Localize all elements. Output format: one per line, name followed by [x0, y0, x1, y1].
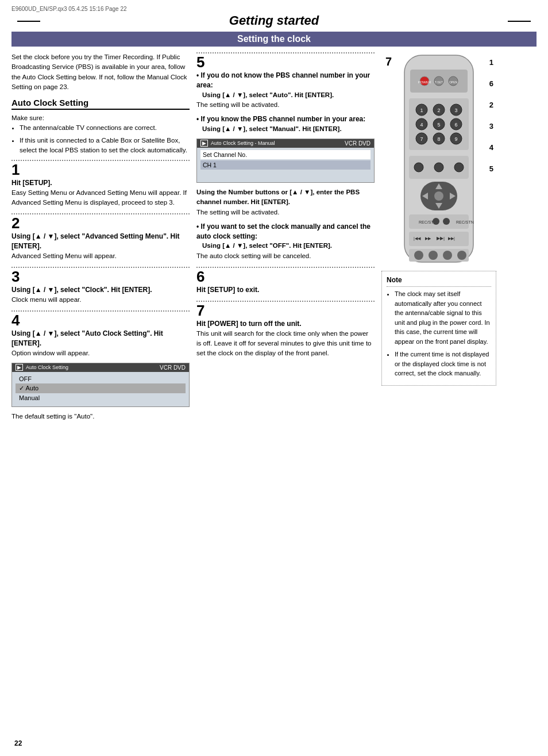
note-item-1: The clock may set itself automatically a…	[395, 289, 491, 346]
step-4-mockup: ▶ Auto Clock Setting VCR DVD OFF ✓ Auto …	[11, 363, 190, 421]
svg-point-49	[429, 251, 438, 260]
step-1-title: Hit [SETUP].	[11, 178, 190, 188]
mockup-header-right: VCR DVD	[160, 364, 186, 371]
step-3-divider	[11, 267, 190, 268]
left-column: Set the clock before you try the Timer R…	[11, 52, 190, 427]
svg-point-51	[457, 251, 466, 260]
bullet-1-title: • If you do not know the PBS channel num…	[196, 71, 375, 90]
file-info: E9600UD_EN/SP.qx3 05.4.25 15:16 Page 22	[11, 6, 537, 12]
section-title: Setting the clock	[237, 34, 311, 44]
manual-header-right: VCR DVD	[345, 140, 371, 147]
screen-row-label: Set Channel No.	[200, 150, 371, 159]
step-2-divider	[11, 213, 190, 214]
step-4: 4 Using [▲ / ▼], select "Auto Clock Sett…	[11, 310, 190, 421]
step-7-number: 7	[196, 303, 375, 318]
side-num-6: 6	[489, 79, 493, 88]
step-2-body: Advanced Setting Menu will appear.	[11, 251, 190, 261]
note-title: Note	[387, 275, 491, 287]
manual-screen-mockup: ▶ Auto Clock Setting - Manual VCR DVD Se…	[196, 139, 375, 183]
bullet-3-title: • If you want to set the clock manually …	[196, 222, 375, 241]
svg-text:8: 8	[437, 136, 440, 142]
page-title: Getting started	[212, 13, 336, 28]
svg-text:7: 7	[420, 136, 423, 142]
svg-point-48	[414, 251, 423, 260]
bullet-1-body: The setting will be activated.	[196, 100, 375, 110]
svg-text:T-SET: T-SET	[435, 80, 443, 84]
step-7-title: Hit [POWER] to turn off the unit.	[196, 319, 375, 329]
svg-text:4: 4	[420, 122, 423, 128]
step-1-number: 1	[11, 162, 190, 177]
step-3-number: 3	[11, 269, 190, 284]
side-num-1: 1	[489, 58, 493, 67]
svg-text:OPEN: OPEN	[449, 80, 458, 84]
svg-point-30	[454, 163, 464, 172]
step-7: 7 Hit [POWER] to turn off the unit. This…	[196, 301, 375, 359]
screen-row-ch: CH 1	[200, 160, 371, 170]
remote-area: 1 6 2 3 4 5 POWER	[384, 52, 493, 265]
step-5-number: 5	[196, 55, 375, 70]
manual-header-icon: ▶ Auto Clock Setting - Manual	[200, 140, 275, 147]
option-off: OFF	[16, 374, 186, 383]
page-container: E9600UD_EN/SP.qx3 05.4.25 15:16 Page 22 …	[0, 0, 548, 756]
step-1-body: Easy Setting Menu or Advanced Setting Me…	[11, 188, 190, 208]
bullet-2-after-screen: Using the Number buttons or [▲ / ▼], ent…	[196, 187, 375, 208]
svg-text:▶▶: ▶▶	[425, 236, 431, 240]
svg-point-39	[433, 218, 439, 225]
step-4-body: Option window will appear.	[11, 348, 190, 358]
svg-point-40	[443, 218, 450, 225]
side-num-2: 2	[489, 101, 493, 109]
step-4-divider	[11, 310, 190, 312]
svg-text:6: 6	[454, 122, 457, 128]
step-7-divider	[196, 301, 375, 302]
svg-text:▶▶|: ▶▶|	[448, 236, 455, 241]
svg-text:3: 3	[454, 108, 457, 113]
section-title-bar: Setting the clock	[11, 32, 537, 47]
bullet-3-body: The auto clock setting will be canceled.	[196, 251, 375, 261]
middle-column: 5 • If you do not know the PBS channel n…	[196, 52, 375, 364]
mockup-header: ▶ Auto Clock Setting VCR DVD	[12, 363, 189, 372]
step-6-divider	[196, 267, 375, 268]
page-number: 22	[14, 739, 22, 747]
step-6-title: Hit [SETUP] to exit.	[196, 285, 375, 295]
step-4-number: 4	[11, 313, 190, 328]
svg-point-29	[434, 163, 443, 172]
svg-point-50	[443, 251, 452, 260]
remote-step-7-label: 7	[385, 55, 392, 68]
step-2-title: Using [▲ / ▼], select "Advanced Setting …	[11, 232, 190, 251]
side-numbers: 1 6 2 3 4 5	[489, 58, 493, 173]
note-box: Note The clock may set itself automatica…	[381, 271, 496, 386]
step-7-body: This unit will search for the clock time…	[196, 329, 375, 359]
svg-text:▶▶|: ▶▶|	[437, 236, 445, 241]
manual-header-title: Auto Clock Setting - Manual	[211, 140, 275, 146]
step-6-number: 6	[196, 269, 375, 284]
intro-text: Set the clock before you try the Timer R…	[11, 52, 190, 92]
step-4-title: Using [▲ / ▼], select "Auto Clock Settin…	[11, 329, 190, 348]
bullet-2: If this unit is connected to a Cable Box…	[20, 136, 190, 156]
svg-text:9: 9	[454, 136, 457, 142]
bullet-1: The antenna/cable TV connections are cor…	[20, 123, 190, 133]
step-1: 1 Hit [SETUP]. Easy Setting Menu or Adva…	[11, 160, 190, 208]
make-sure-label: Make sure:	[11, 113, 190, 123]
auto-clock-mockup: ▶ Auto Clock Setting VCR DVD OFF ✓ Auto …	[11, 363, 190, 407]
bullet-2-after-body: The setting will be activated.	[196, 208, 375, 217]
step-2: 2 Using [▲ / ▼], select "Advanced Settin…	[11, 213, 190, 261]
note-item-2: If the current time is not displayed or …	[395, 350, 491, 378]
svg-text:REC/STN: REC/STN	[456, 220, 474, 224]
bullet-3-indent: Using [▲ / ▼], select "OFF". Hit [ENTER]…	[202, 241, 375, 251]
mockup-body: OFF ✓ Auto Manual	[12, 372, 189, 406]
svg-text:2: 2	[437, 108, 440, 113]
side-num-4: 4	[489, 143, 493, 152]
svg-point-36	[434, 191, 443, 201]
default-setting-text: The default setting is "Auto".	[11, 412, 190, 421]
bullet-1-indent: Using [▲ / ▼], select "Auto". Hit [ENTER…	[202, 90, 375, 100]
svg-point-28	[414, 163, 423, 172]
page-title-bar: Getting started	[11, 13, 537, 28]
svg-text:POWER: POWER	[418, 80, 431, 84]
mockup-header-icon: ▶ Auto Clock Setting	[16, 364, 68, 371]
step-5-divider	[196, 52, 375, 53]
manual-mockup-header: ▶ Auto Clock Setting - Manual VCR DVD	[197, 139, 374, 148]
step-5-bullet-2: • If you know the PBS channel number in …	[196, 114, 375, 217]
option-auto: ✓ Auto	[16, 383, 186, 393]
step-3-body: Clock menu will appear.	[11, 295, 190, 305]
svg-text:|◀◀: |◀◀	[414, 236, 421, 241]
